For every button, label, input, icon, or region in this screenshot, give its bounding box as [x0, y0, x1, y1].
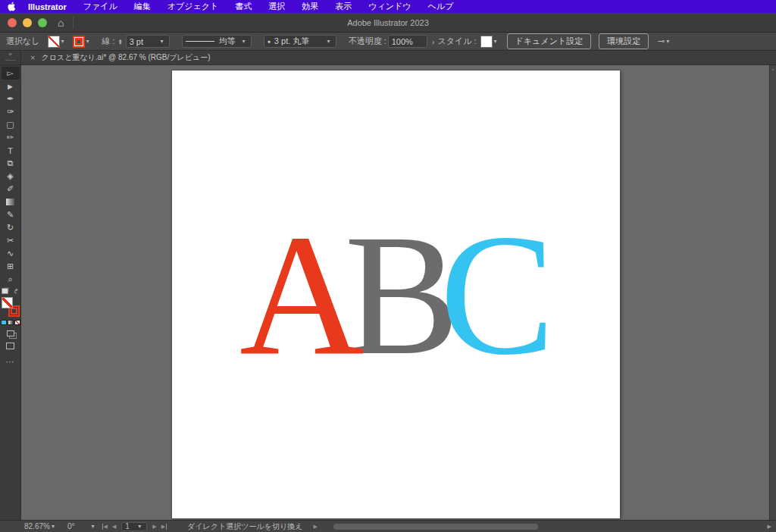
menu-app-name[interactable]: Illustrator [28, 2, 67, 11]
dock-collapse-icon[interactable]: ⌃ [771, 68, 775, 520]
none-button[interactable] [14, 320, 20, 325]
panel-options-icon[interactable]: ⊸ [658, 36, 665, 46]
gradient-tool[interactable] [2, 196, 20, 208]
stroke-weight-field[interactable]: 3 pt ▾ [126, 35, 170, 48]
style-label: スタイル : [437, 36, 476, 47]
apple-menu-icon[interactable] [8, 2, 16, 11]
paintbrush-tool[interactable]: ✎ [2, 208, 20, 221]
canvas-area[interactable]: ABC [21, 65, 776, 520]
width-tool-icon: ∿ [7, 249, 14, 258]
artboard-number-field[interactable]: 1 ▾ [121, 522, 147, 531]
pencil-tool[interactable]: ✏ [2, 131, 20, 144]
type-tool-icon: T [8, 146, 13, 155]
chevron-down-icon[interactable]: ▾ [52, 523, 55, 530]
chevron-down-icon[interactable]: ▾ [61, 38, 64, 45]
minimize-window-button[interactable] [23, 18, 32, 27]
letter-b[interactable]: B [344, 199, 440, 390]
chevron-down-icon[interactable]: ▾ [161, 38, 164, 45]
letter-c[interactable]: C [440, 199, 535, 390]
collapsed-panel-dock[interactable]: ⌃ [769, 65, 776, 520]
eraser-tool[interactable]: ◈ [2, 170, 20, 183]
menu-item-0[interactable]: ファイル [83, 2, 117, 11]
menu-item-6[interactable]: 表示 [335, 2, 352, 11]
direct-selection-tool[interactable]: ► [2, 80, 20, 92]
pen-tool[interactable]: ✒ [2, 92, 20, 105]
color-button[interactable] [1, 320, 7, 325]
artboard[interactable]: ABC [172, 70, 620, 518]
artboard-tool[interactable]: ⊞ [2, 260, 20, 273]
type-tool[interactable]: T [2, 144, 20, 157]
toolbar-collapse-icon[interactable]: » [8, 51, 11, 58]
next-artboard-button[interactable]: ▶ [152, 524, 156, 530]
chevron-down-icon[interactable]: ▾ [242, 38, 246, 45]
edit-toolbar-icon[interactable]: ⋯ [6, 357, 15, 367]
screen-mode-icon[interactable] [6, 343, 14, 349]
opacity-field[interactable]: 100% [388, 35, 427, 48]
zoom-tool[interactable]: ⌕ [2, 273, 20, 286]
menu-item-4[interactable]: 選択 [268, 2, 285, 11]
last-artboard-button[interactable]: ▶ [161, 524, 167, 530]
stepper-down-icon[interactable]: ▼ [118, 42, 123, 45]
toolbar-grip[interactable] [5, 60, 16, 61]
stroke-profile-dropdown[interactable]: 均等 ▾ [182, 35, 252, 48]
horizontal-scrollbar-thumb[interactable] [333, 524, 538, 530]
abc-text-object[interactable]: ABC [239, 208, 552, 381]
chevron-down-icon[interactable]: ▾ [138, 523, 141, 530]
brush-dropdown[interactable]: ● 3 pt. 丸筆 ▾ [264, 35, 336, 48]
letter-a[interactable]: A [239, 199, 344, 390]
window-title-bar: ⌂ Adobe Illustrator 2023 [0, 13, 776, 33]
stroke-color-swatch[interactable] [73, 36, 85, 48]
document-setup-button[interactable]: ドキュメント設定 [507, 33, 592, 49]
width-tool[interactable]: ∿ [2, 247, 20, 260]
menu-item-5[interactable]: 効果 [302, 2, 318, 11]
preferences-button[interactable]: 環境設定 [599, 33, 649, 49]
zoom-level-field[interactable]: 82.67% ▾ [24, 522, 57, 530]
close-window-button[interactable] [8, 18, 17, 27]
status-bar: 82.67% ▾ 0° ▾ ◀ ◀ 1 ▾ ▶ ▶ ダイレクト選択ツールを切り換… [0, 520, 776, 532]
tool-panel: ▻►✒✑▢✏T⧉◈✐✎↻✂∿⊞⌕ ↷ ⋯ [0, 65, 21, 520]
menu-item-3[interactable]: 書式 [235, 2, 252, 11]
fill-color-swatch[interactable] [48, 36, 60, 48]
previous-artboard-button[interactable]: ◀ [112, 524, 116, 530]
rotation-field[interactable]: 0° ▾ [67, 522, 97, 530]
direct-selection-tool-icon: ► [6, 82, 14, 91]
toolbar-header[interactable]: » [0, 51, 21, 64]
brush-value: 3 pt. 丸筆 [274, 36, 309, 47]
status-message: ダイレクト選択ツールを切り換え [187, 521, 302, 532]
document-tab[interactable]: × クロスと重なり.ai* @ 82.67 % (RGB/プレビュー) [21, 51, 220, 64]
chevron-down-icon[interactable]: ▾ [86, 38, 89, 45]
stroke-weight-stepper[interactable]: ▲ ▼ [118, 39, 123, 45]
menu-item-1[interactable]: 編集 [134, 2, 151, 11]
home-icon[interactable]: ⌂ [58, 17, 64, 28]
chevron-down-icon[interactable]: ▾ [494, 38, 497, 45]
scissors-tool[interactable]: ✂ [2, 234, 20, 247]
rectangle-tool[interactable]: ▢ [2, 118, 20, 131]
rotate-tool[interactable]: ↻ [2, 221, 20, 234]
menu-item-7[interactable]: ウィンドウ [368, 2, 411, 11]
chevron-down-icon[interactable]: ▾ [666, 38, 669, 45]
selection-tool[interactable]: ▻ [2, 67, 20, 80]
drawing-modes-icon[interactable] [7, 330, 14, 336]
curvature-tool[interactable]: ✑ [2, 105, 20, 118]
scroll-right-icon[interactable]: ▶ [768, 524, 771, 530]
menu-item-8[interactable]: ヘルプ [428, 2, 454, 11]
style-swatch[interactable] [480, 36, 493, 48]
gradient-button[interactable] [8, 320, 14, 325]
rotate-tool-icon: ↻ [7, 223, 14, 233]
zoom-window-button[interactable] [38, 18, 47, 27]
horizontal-scrollbar[interactable] [303, 524, 761, 530]
chevron-down-icon[interactable]: ▾ [92, 523, 95, 530]
shaper-tool[interactable]: ✐ [2, 183, 20, 196]
chevron-down-icon[interactable]: ▾ [327, 38, 330, 45]
swap-fill-stroke-icon[interactable]: ↷ [14, 288, 20, 294]
default-fill-stroke-icon[interactable] [2, 288, 8, 294]
chevron-right-icon[interactable]: › [432, 37, 435, 46]
close-tab-icon[interactable]: × [30, 53, 35, 62]
transform-tool-icon: ⧉ [8, 158, 14, 168]
menu-item-2[interactable]: オブジェクト [167, 2, 219, 11]
transform-tool[interactable]: ⧉ [2, 157, 20, 170]
opacity-value: 100% [392, 37, 413, 46]
fill-swatch-none[interactable] [2, 297, 13, 308]
main-area: ▻►✒✑▢✏T⧉◈✐✎↻✂∿⊞⌕ ↷ ⋯ ABC ⌃ [0, 65, 776, 520]
first-artboard-button[interactable]: ◀ [102, 524, 108, 530]
